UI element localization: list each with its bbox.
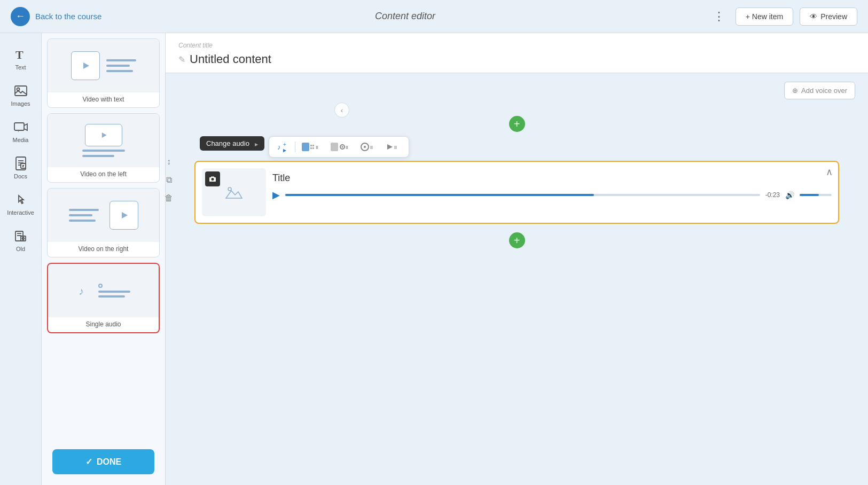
header-actions: ⋮ + New item 👁 Preview	[709, 7, 857, 26]
template-thumb-video-with-text	[48, 39, 159, 92]
sidebar-item-interactive[interactable]: Interactive	[3, 187, 39, 221]
svg-text:T: T	[15, 48, 24, 61]
preview-button[interactable]: 👁 Preview	[800, 7, 857, 26]
audio-player: ▶ -0:23 🔊	[272, 189, 832, 201]
more-button[interactable]: ⋮	[709, 7, 729, 26]
time-label: -0:23	[765, 191, 780, 199]
back-label: Back to the course	[35, 12, 101, 21]
template-thumb-video-on-right	[48, 189, 159, 242]
svg-marker-35	[387, 144, 393, 150]
image-placeholder-icon	[223, 184, 245, 201]
done-check-icon: ✓	[85, 457, 92, 467]
svg-rect-26	[312, 147, 314, 149]
voice-over-button[interactable]: ⊕ Add voice over	[784, 82, 855, 99]
svg-text:♪: ♪	[79, 285, 84, 297]
add-block-bottom-button[interactable]: +	[509, 232, 525, 248]
side-tools: ↕ ⧉ 🗑	[166, 155, 175, 205]
done-label: DONE	[97, 457, 121, 467]
format-bar4-button[interactable]: II	[382, 139, 404, 154]
top-header: ← Back to the course Content editor ⋮ + …	[0, 0, 868, 33]
format-audio-note-button[interactable]: ♪ + ▶	[273, 139, 292, 155]
text-lines-left	[69, 209, 99, 222]
template-label-video-with-text: Video with text	[48, 92, 159, 103]
svg-rect-28	[331, 143, 338, 151]
text-lines-below	[82, 150, 125, 157]
svg-rect-1	[15, 86, 27, 96]
audio-block-inner: Title ▶ -0:23 🔊	[202, 168, 832, 216]
format-bar1-button[interactable]: II	[299, 139, 324, 154]
sidebar-item-images-label: Images	[11, 100, 30, 107]
audio-format-toolbar: ♪ + ▶	[269, 136, 409, 158]
volume-fill	[800, 194, 819, 196]
sidebar-item-media[interactable]: ♪ Media	[3, 114, 39, 148]
audio-title[interactable]: Title	[272, 173, 832, 184]
change-audio-label: Change audio	[206, 139, 249, 147]
video-left-box	[85, 124, 122, 146]
text-line-2	[106, 65, 130, 67]
new-item-button[interactable]: + New item	[736, 7, 793, 26]
page-title: Content editor	[375, 11, 435, 22]
text-lines-right	[106, 59, 136, 72]
interactive-icon	[13, 192, 28, 207]
sidebar-item-images[interactable]: Images	[3, 78, 39, 112]
duplicate-tool-button[interactable]: ⧉	[166, 173, 175, 187]
audio-thumbnail	[202, 168, 266, 216]
add-block-top-button[interactable]: +	[509, 116, 525, 132]
sidebar-item-media-label: Media	[13, 137, 29, 143]
template-card-single-audio[interactable]: ♪ Single audio	[47, 263, 160, 333]
svg-text:II: II	[316, 145, 318, 150]
new-item-label: + New item	[746, 12, 783, 21]
progress-bar[interactable]	[285, 194, 760, 196]
volume-bar[interactable]	[800, 194, 832, 196]
change-audio-button[interactable]: Change audio	[200, 136, 264, 151]
content-title-label: Content title	[178, 42, 855, 49]
sidebar-item-old[interactable]: Old	[3, 223, 39, 257]
media-icon: ♪	[13, 120, 28, 135]
done-button[interactable]: ✓ DONE	[52, 449, 154, 474]
panel-collapse-button[interactable]: ‹	[334, 103, 349, 118]
format-bar1-icon: II	[302, 142, 321, 152]
svg-text:♪: ♪	[277, 143, 281, 151]
back-button[interactable]: ← Back to the course	[11, 7, 101, 26]
move-tool-button[interactable]: ↕	[166, 155, 175, 169]
voice-over-label: Add voice over	[801, 87, 847, 95]
block-toolbar-row: Change audio ♪ + ▶	[200, 136, 855, 158]
main-layout: T Text Images ♪ Media	[0, 33, 868, 485]
play-button[interactable]: ▶	[272, 189, 280, 201]
content-body: ⊕ Add voice over + ↕ ⧉ 🗑 Change audio	[166, 73, 868, 263]
svg-marker-17	[122, 212, 128, 218]
svg-point-2	[17, 88, 19, 91]
svg-point-30	[341, 146, 343, 148]
video-right-box	[110, 201, 138, 230]
format-bar2-button[interactable]: II	[327, 139, 353, 154]
icon-sidebar: T Text Images ♪ Media	[0, 33, 42, 485]
audio-note-icon: ♪	[77, 283, 92, 298]
template-thumb-single-audio: ♪	[48, 264, 159, 317]
template-card-video-on-right[interactable]: Video on the right	[47, 188, 160, 257]
preview-label: Preview	[820, 12, 847, 21]
sidebar-item-text[interactable]: T Text	[3, 42, 39, 76]
block-container: ↕ ⧉ 🗑 Change audio ♪ +	[178, 136, 855, 224]
sidebar-item-text-label: Text	[15, 64, 26, 71]
template-card-video-on-left[interactable]: Video on the left	[47, 113, 160, 183]
content-title[interactable]: Untitled content	[190, 52, 271, 66]
sidebar-item-old-label: Old	[16, 246, 25, 252]
template-card-video-with-text[interactable]: Video with text	[47, 38, 160, 108]
sidebar-item-docs[interactable]: Docs	[3, 151, 39, 185]
panel-sidebar: Video with text Video on the left	[42, 33, 166, 485]
svg-rect-23	[310, 145, 312, 146]
format-bar2-icon: II	[331, 142, 350, 152]
collapse-button[interactable]: ∧	[826, 166, 833, 178]
play-icon-right	[118, 209, 130, 221]
audio-block: ∧	[194, 161, 839, 224]
format-bar3-button[interactable]: II	[356, 139, 379, 154]
audio-lines	[98, 284, 130, 298]
title-edit-icon[interactable]: ✎	[178, 54, 185, 65]
text-line-1	[106, 59, 136, 61]
delete-tool-button[interactable]: 🗑	[166, 191, 175, 205]
camera-button[interactable]	[205, 171, 220, 186]
old-icon	[13, 229, 28, 244]
content-title-row: ✎ Untitled content	[178, 52, 855, 66]
template-label-single-audio: Single audio	[48, 317, 159, 328]
preview-icon: 👁	[810, 12, 817, 21]
